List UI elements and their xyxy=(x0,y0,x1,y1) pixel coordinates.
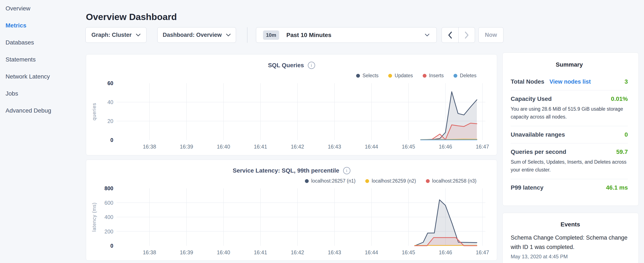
series-dot-icon xyxy=(305,179,309,183)
x-tick-label: 16:40 xyxy=(217,249,230,255)
legend-label: Inserts xyxy=(429,73,444,79)
y-tick-label: 800 xyxy=(104,185,113,191)
service-latency-panel: 16:3816:3916:4016:4116:4216:4316:4416:45… xyxy=(86,160,497,261)
view-nodes-list-link[interactable]: View nodes list xyxy=(550,79,591,85)
x-tick-label: 16:46 xyxy=(439,144,452,150)
y-tick-label: 40 xyxy=(107,99,113,105)
time-range-dropdown[interactable]: 10m Past 10 Minutes xyxy=(256,27,437,43)
x-tick-label: 16:41 xyxy=(254,144,267,150)
sql-queries-legend: Selects Updates Inserts Deletes xyxy=(356,73,476,79)
x-tick-label: 16:45 xyxy=(402,144,415,150)
chart-title-text: SQL Queries xyxy=(268,62,304,69)
x-tick-label: 16:44 xyxy=(365,144,378,150)
summary-title: Summary xyxy=(511,61,628,68)
sidebar-item-advanced-debug[interactable]: Advanced Debug xyxy=(0,102,86,119)
sidebar-item-network-latency[interactable]: Network Latency xyxy=(0,68,86,85)
sidebar-item-overview[interactable]: Overview xyxy=(0,0,86,17)
summary-label: Total Nodes xyxy=(511,78,544,85)
sidebar-item-jobs[interactable]: Jobs xyxy=(0,85,86,102)
x-tick-label: 16:38 xyxy=(143,249,156,255)
info-icon[interactable]: i xyxy=(343,167,350,174)
overview-dashboard-page: Overview Metrics Databases Statements Ne… xyxy=(0,0,644,263)
summary-row-capacity-used: Capacity Used 0.01% You are using 28.6 M… xyxy=(511,90,628,126)
x-tick-label: 16:45 xyxy=(402,249,415,255)
sql-queries-panel: 16:3816:3916:4016:4116:4216:4316:4416:45… xyxy=(86,54,497,155)
series-dot-icon xyxy=(423,74,426,78)
x-tick-label: 16:41 xyxy=(254,249,267,255)
legend-label: localhost:26257 (n1) xyxy=(311,178,356,184)
summary-value: 59.7 xyxy=(616,149,628,155)
series-dot-icon xyxy=(454,74,457,78)
time-step-forward-button[interactable] xyxy=(458,28,475,43)
time-range-badge: 10m xyxy=(263,31,279,40)
sql-queries-title: SQL Queries i xyxy=(86,62,497,69)
chevron-down-icon xyxy=(226,34,231,37)
events-title: Events xyxy=(511,221,630,228)
summary-value: 0.01% xyxy=(611,96,628,102)
event-list-item[interactable]: Schema Change Completed: Schema change w… xyxy=(511,233,630,259)
sidebar-item-statements[interactable]: Statements xyxy=(0,51,86,68)
x-tick-label: 16:42 xyxy=(291,144,304,150)
summary-row-total-nodes: Total Nodes View nodes list 3 xyxy=(511,73,628,90)
summary-row-unavailable-ranges: Unavailable ranges 0 xyxy=(511,126,628,143)
legend-item-updates[interactable]: Updates xyxy=(388,73,413,79)
summary-label: Capacity Used xyxy=(511,96,552,102)
dashboard-dropdown[interactable]: Dashboard: Overview xyxy=(157,27,236,43)
summary-row-p99-latency: P99 latency 46.1 ms xyxy=(511,179,628,196)
series-dot-icon xyxy=(388,74,392,78)
time-range-label: Past 10 Minutes xyxy=(286,32,332,39)
service-latency-legend: localhost:26257 (n1) localhost:26259 (n2… xyxy=(305,178,476,184)
x-tick-label: 16:47 xyxy=(476,144,489,150)
legend-item-n2[interactable]: localhost:26259 (n2) xyxy=(365,178,416,184)
y-tick-label: 0 xyxy=(110,137,113,143)
sql-queries-chart[interactable]: 16:3816:3916:4016:4116:4216:4316:4416:45… xyxy=(86,55,497,155)
event-message: Schema Change Completed: Schema change w… xyxy=(511,233,630,252)
summary-label: P99 latency xyxy=(511,184,544,191)
y-tick-label: 60 xyxy=(107,80,113,86)
summary-label: Queries per second xyxy=(511,149,566,155)
x-tick-label: 16:39 xyxy=(180,249,193,255)
chevron-down-icon xyxy=(424,34,430,37)
info-icon[interactable]: i xyxy=(308,62,315,69)
x-tick-label: 16:42 xyxy=(291,249,304,255)
summary-subtext: You are using 28.6 MiB of 515.9 GiB usab… xyxy=(511,105,628,121)
chart-title-text: Service Latency: SQL, 99th percentile xyxy=(232,167,339,174)
legend-label: Deletes xyxy=(460,73,476,79)
x-tick-label: 16:43 xyxy=(328,144,341,150)
x-tick-label: 16:39 xyxy=(180,144,193,150)
legend-item-n1[interactable]: localhost:26257 (n1) xyxy=(305,178,356,184)
sidebar-item-metrics[interactable]: Metrics xyxy=(0,17,86,34)
toolbar-divider xyxy=(247,27,248,43)
y-tick-label: 600 xyxy=(104,200,113,206)
x-tick-label: 16:43 xyxy=(328,249,341,255)
event-timestamp: May 13, 2020 at 4:45 PM xyxy=(511,254,630,259)
summary-value: 46.1 ms xyxy=(606,184,628,191)
legend-item-deletes[interactable]: Deletes xyxy=(454,73,476,79)
legend-label: Selects xyxy=(362,73,378,79)
time-step-buttons xyxy=(442,27,475,43)
service-latency-title: Service Latency: SQL, 99th percentile i xyxy=(86,167,497,174)
service-latency-chart[interactable]: 16:3816:3916:4016:4116:4216:4316:4416:45… xyxy=(86,160,497,260)
summary-label: Unavailable ranges xyxy=(511,131,565,138)
legend-item-selects[interactable]: Selects xyxy=(356,73,378,79)
sidebar-item-databases[interactable]: Databases xyxy=(0,34,86,51)
chevron-left-icon xyxy=(448,31,453,39)
chevron-right-icon xyxy=(464,31,469,39)
series-dot-icon xyxy=(365,179,369,183)
dashboard-dropdown-label: Dashboard: Overview xyxy=(163,32,222,38)
legend-item-n3[interactable]: localhost:26258 (n3) xyxy=(426,178,476,184)
now-button[interactable]: Now xyxy=(478,27,504,43)
graph-scope-dropdown[interactable]: Graph: Cluster xyxy=(86,27,146,43)
page-title: Overview Dashboard xyxy=(86,12,177,22)
summary-value: 0 xyxy=(624,131,628,138)
series-dot-icon xyxy=(356,74,360,78)
y-axis-label: latency (ms) xyxy=(92,202,97,231)
x-tick-label: 16:38 xyxy=(143,144,156,150)
legend-item-inserts[interactable]: Inserts xyxy=(423,73,444,79)
y-axis-label: queries xyxy=(92,103,97,120)
x-tick-label: 16:47 xyxy=(476,249,489,255)
summary-value: 3 xyxy=(624,78,628,85)
legend-label: Updates xyxy=(394,73,413,79)
time-step-back-button[interactable] xyxy=(442,28,458,43)
graph-scope-dropdown-label: Graph: Cluster xyxy=(92,32,132,38)
